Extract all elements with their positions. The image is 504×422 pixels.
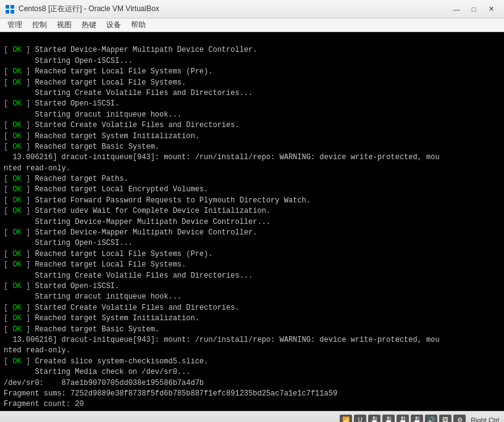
console-output: [ OK ] Started Device-Mapper Multipath D… xyxy=(0,32,504,411)
svg-rect-1 xyxy=(10,5,14,9)
svg-rect-0 xyxy=(6,5,9,9)
menu-view[interactable]: 视图 xyxy=(52,19,77,31)
menu-control[interactable]: 控制 xyxy=(27,19,52,31)
settings-icon: ⚙ xyxy=(453,415,466,423)
statusbar-icons: 📶 U 💾 💾 💾 💾 🔊 🖼 ⚙ xyxy=(340,415,466,423)
usb-icon: U xyxy=(354,415,366,423)
display-icon: 🖼 xyxy=(439,415,452,423)
menu-hotkey[interactable]: 热键 xyxy=(77,19,101,31)
right-ctrl-label: Right Ctrl xyxy=(471,416,499,423)
vm-display[interactable]: [ OK ] Started Device-Mapper Multipath D… xyxy=(0,32,504,411)
minimize-button[interactable]: — xyxy=(448,2,464,16)
app-icon xyxy=(5,4,15,14)
menu-help[interactable]: 帮助 xyxy=(126,19,151,31)
menubar: 管理 控制 视图 热键 设备 帮助 xyxy=(0,19,504,32)
maximize-button[interactable]: □ xyxy=(466,2,482,16)
window-controls: — □ ✕ xyxy=(448,2,499,16)
storage-icon-1: 💾 xyxy=(368,415,380,423)
storage-icon-3: 💾 xyxy=(397,415,409,423)
menu-devices[interactable]: 设备 xyxy=(101,19,126,31)
window-title: Centos8 [正在运行] - Oracle VM VirtualBox xyxy=(19,4,448,14)
storage-icon-4: 💾 xyxy=(411,415,423,423)
titlebar: Centos8 [正在运行] - Oracle VM VirtualBox — … xyxy=(0,0,504,19)
svg-rect-3 xyxy=(10,10,14,14)
network-icon: 📶 xyxy=(340,415,352,423)
close-button[interactable]: ✕ xyxy=(483,2,499,16)
statusbar: 📶 U 💾 💾 💾 💾 🔊 🖼 ⚙ Right Ctrl xyxy=(0,411,504,422)
audio-icon: 🔊 xyxy=(425,415,437,423)
menu-manage[interactable]: 管理 xyxy=(2,19,27,31)
svg-rect-2 xyxy=(6,10,9,14)
storage-icon-2: 💾 xyxy=(382,415,395,423)
